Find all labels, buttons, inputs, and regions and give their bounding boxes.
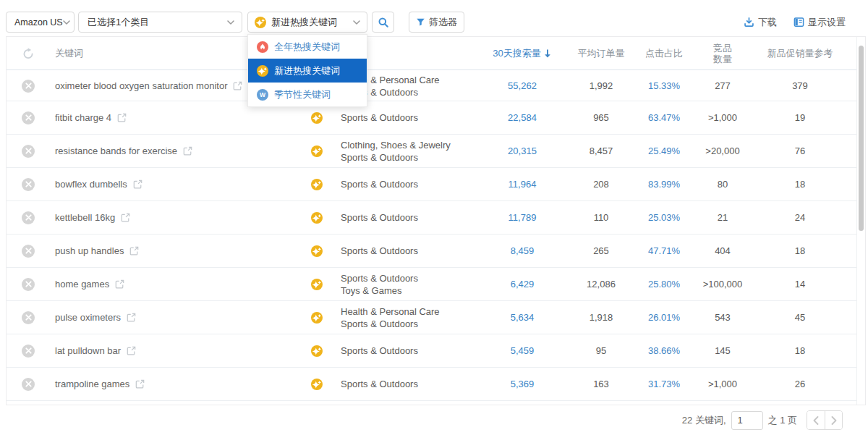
marketplace-select[interactable]: Amazon US xyxy=(6,12,75,33)
reset-icon[interactable] xyxy=(22,37,35,70)
sparkle-icon xyxy=(255,17,266,28)
avg-orders-value: 1,918 xyxy=(565,301,637,334)
display-settings-button[interactable]: 显示设置 xyxy=(793,12,846,33)
header-orders[interactable]: 平均订单量 xyxy=(565,37,637,70)
remove-keyword-button[interactable] xyxy=(22,301,35,334)
header-competitors[interactable]: 竞品数量 xyxy=(690,37,755,70)
close-icon xyxy=(22,145,35,158)
category-select[interactable]: 已选择1个类目 xyxy=(78,12,242,33)
keyword-text: push up handles xyxy=(55,245,124,256)
search-volume-link[interactable]: 22,584 xyxy=(479,101,566,134)
sparkle-icon xyxy=(257,65,268,77)
external-link-icon[interactable] xyxy=(133,180,142,189)
next-page-button[interactable] xyxy=(825,411,842,429)
dropdown-menu-item[interactable]: 新进热搜关键词 xyxy=(248,59,367,83)
external-link-icon[interactable] xyxy=(121,213,130,222)
category-line: Sports & Outdoors xyxy=(341,378,418,390)
avg-orders-value: 965 xyxy=(565,101,637,134)
header-click-share[interactable]: 点击占比 xyxy=(631,37,697,70)
remove-keyword-button[interactable] xyxy=(22,235,35,267)
avg-orders-value: 110 xyxy=(565,201,637,234)
header-new-promo[interactable]: 新品促销量参考 xyxy=(757,37,843,70)
filter-button[interactable]: 筛选器 xyxy=(409,12,464,33)
download-icon xyxy=(744,17,754,28)
remove-keyword-button[interactable] xyxy=(22,268,35,300)
click-share-value: 25.49% xyxy=(631,135,697,167)
search-volume-link[interactable]: 8,459 xyxy=(479,235,566,267)
close-icon xyxy=(22,80,35,93)
search-volume-link[interactable]: 6,429 xyxy=(479,268,566,300)
table-header-row: 关键词 30天搜索量 平均订单量 点击占比 竞品数量 新品促销量参考 xyxy=(7,37,865,70)
dropdown-menu-item-label: 全年热搜关键词 xyxy=(274,41,340,54)
prev-page-button[interactable] xyxy=(807,411,825,429)
category-line: Sports & Outdoors xyxy=(341,318,440,330)
remove-keyword-button[interactable] xyxy=(22,368,35,400)
competitors-value: 277 xyxy=(690,71,755,101)
sparkle-icon xyxy=(311,212,323,224)
dropdown-menu-item[interactable]: 季节性关键词 xyxy=(248,83,367,106)
header-volume-sort[interactable]: 30天搜索量 xyxy=(479,37,566,70)
remove-keyword-button[interactable] xyxy=(22,71,35,101)
sparkle-icon xyxy=(311,345,323,357)
search-button[interactable] xyxy=(372,12,394,33)
category-line: Clothing, Shoes & Jewelry xyxy=(341,139,451,151)
external-link-icon[interactable] xyxy=(129,246,139,255)
external-link-icon[interactable] xyxy=(127,346,136,355)
page-number-input[interactable] xyxy=(731,411,763,430)
keyword-type-select[interactable]: 新进热搜关键词 xyxy=(247,12,367,33)
external-link-icon[interactable] xyxy=(127,313,136,322)
keyword-text: oximeter blood oxygen saturation monitor xyxy=(55,80,227,91)
dropdown-menu-item[interactable]: 全年热搜关键词 xyxy=(248,35,367,59)
click-share-value: 25.03% xyxy=(631,201,697,234)
category-cell: Sports & Outdoors xyxy=(341,201,418,234)
table-row: resistance bands for exercise Clothing, … xyxy=(7,135,856,168)
remove-keyword-button[interactable] xyxy=(22,168,35,200)
remove-keyword-button[interactable] xyxy=(22,135,35,167)
category-line: Sports & Outdoors xyxy=(341,272,418,284)
avg-orders-value: 95 xyxy=(565,334,637,367)
scrollbar-thumb[interactable] xyxy=(859,46,864,231)
category-line: Sports & Outdoors xyxy=(341,151,451,164)
competitors-value: 145 xyxy=(690,334,755,367)
chevron-down-icon xyxy=(353,20,360,25)
competitors-value: >1,000 xyxy=(690,368,755,400)
close-icon xyxy=(22,178,35,191)
search-volume-link[interactable]: 5,369 xyxy=(479,368,566,400)
external-link-icon[interactable] xyxy=(117,113,127,122)
chevron-down-icon xyxy=(227,20,234,25)
search-volume-link[interactable]: 5,634 xyxy=(479,301,566,334)
new-promo-value: 19 xyxy=(757,101,843,134)
click-share-value: 26.01% xyxy=(631,301,697,334)
remove-keyword-button[interactable] xyxy=(22,334,35,367)
search-volume-link[interactable]: 20,315 xyxy=(479,135,566,167)
search-volume-link[interactable]: 11,789 xyxy=(479,201,566,234)
keyword-text: trampoline games xyxy=(55,379,129,389)
external-link-icon[interactable] xyxy=(183,146,192,156)
external-link-icon[interactable] xyxy=(233,81,242,90)
keyword-text: resistance bands for exercise xyxy=(55,145,177,156)
category-cell: Sports & Outdoors xyxy=(341,235,418,267)
search-volume-link[interactable]: 55,262 xyxy=(479,71,566,101)
search-volume-link[interactable]: 11,964 xyxy=(479,168,566,200)
sparkle-icon xyxy=(311,379,323,390)
competitors-value: >100,000 xyxy=(690,268,755,300)
remove-keyword-button[interactable] xyxy=(22,201,35,234)
external-link-icon[interactable] xyxy=(115,279,124,289)
avg-orders-value: 163 xyxy=(565,368,637,400)
search-volume-link[interactable]: 5,459 xyxy=(479,334,566,367)
new-promo-value: 14 xyxy=(757,268,843,300)
click-share-value: 83.99% xyxy=(631,168,697,200)
keyword-type-dropdown-menu: 全年热搜关键词 新进热搜关键词 季节性关键词 xyxy=(247,34,367,107)
sort-down-icon xyxy=(543,49,552,59)
click-share-value: 47.71% xyxy=(631,235,697,267)
keyword-type-select-value: 新进热搜关键词 xyxy=(271,16,337,29)
competitors-value: 404 xyxy=(690,235,755,267)
external-link-icon[interactable] xyxy=(135,379,145,389)
sparkle-icon xyxy=(311,145,323,157)
new-promo-value: 76 xyxy=(757,135,843,167)
click-share-value: 63.47% xyxy=(631,101,697,134)
competitors-value: 21 xyxy=(690,201,755,234)
download-button[interactable]: 下载 xyxy=(744,12,777,33)
display-settings-icon xyxy=(793,17,804,28)
remove-keyword-button[interactable] xyxy=(22,101,35,134)
